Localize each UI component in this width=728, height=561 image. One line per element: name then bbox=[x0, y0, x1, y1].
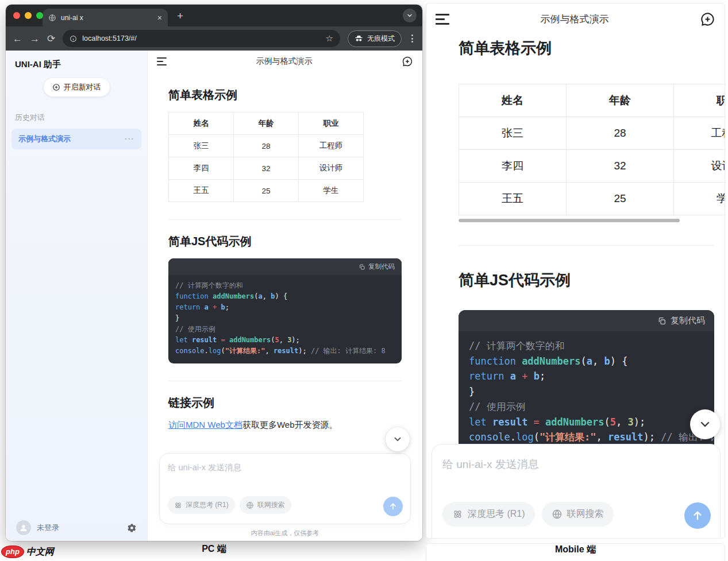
code-block: 复制代码 // 计算两个数字的和function addNumbers(a, b… bbox=[168, 258, 402, 363]
table-section-heading: 简单表格示例 bbox=[168, 87, 402, 103]
tab-title: uni-ai x bbox=[61, 14, 83, 22]
mobile-chat-messages[interactable]: 简单表格示例 姓名年龄职业张三28工程师李四32设计师王五25学生 简单JS代码… bbox=[426, 38, 725, 453]
table-cell: 工程师 bbox=[674, 117, 726, 150]
new-chat-button[interactable]: 开启新对话 bbox=[44, 78, 110, 96]
traffic-lights bbox=[13, 12, 43, 19]
conversation-label: 示例与格式演示 bbox=[18, 134, 71, 144]
code-section-heading: 简单JS代码示例 bbox=[168, 234, 402, 249]
code-content: // 计算两个数字的和function addNumbers(a, b) {re… bbox=[168, 275, 402, 363]
sidebar: UNI-AI 助手 开启新对话 历史对话 示例与格式演示 ··· bbox=[6, 51, 148, 541]
mobile-table-scroll-container[interactable]: 姓名年龄职业张三28工程师李四32设计师王五25学生 bbox=[459, 84, 725, 222]
table-cell: 张三 bbox=[459, 117, 567, 150]
mobile-menu-hamburger-icon[interactable] bbox=[436, 14, 449, 25]
web-search-toggle[interactable]: 联网搜索 bbox=[240, 496, 291, 514]
bookmark-star-icon[interactable]: ☆ bbox=[326, 33, 333, 44]
link-paragraph-rest: 获取更多Web开发资源。 bbox=[242, 420, 338, 430]
code-line: console.log("计算结果:", result); // 输出: 计算结… bbox=[175, 346, 395, 357]
copy-icon bbox=[657, 316, 667, 326]
mobile-deep-think-toggle[interactable]: 深度思考 (R1) bbox=[442, 502, 535, 527]
tab-search-button[interactable] bbox=[403, 9, 417, 22]
zoom-window-button[interactable] bbox=[36, 12, 43, 19]
ai-disclaimer: 内容由ai生成，仅供参考 bbox=[148, 524, 422, 541]
forward-button[interactable]: → bbox=[30, 34, 40, 44]
deep-think-toggle[interactable]: 深度思考 (R1) bbox=[168, 496, 235, 514]
mobile-table-section-heading: 简单表格示例 bbox=[459, 38, 714, 59]
table-row: 张三28工程师 bbox=[459, 117, 726, 150]
watermark-logo: php 中文网 bbox=[1, 545, 54, 558]
code-line: // 使用示例 bbox=[175, 324, 395, 335]
mobile-send-button[interactable] bbox=[684, 502, 711, 529]
deep-think-label: 深度思考 (R1) bbox=[186, 500, 229, 510]
browser-menu-button[interactable] bbox=[409, 34, 415, 42]
sidebar-conversation-item[interactable]: 示例与格式演示 ··· bbox=[11, 129, 141, 149]
reload-button[interactable]: ⟳ bbox=[47, 34, 55, 44]
mobile-code-content: // 计算两个数字的和function addNumbers(a, b) {re… bbox=[459, 331, 714, 453]
back-button[interactable]: ← bbox=[13, 34, 22, 44]
plus-circle-icon bbox=[52, 83, 60, 91]
address-bar[interactable]: localhost:5173/#/ ☆ bbox=[63, 30, 340, 47]
table-cell: 32 bbox=[567, 150, 674, 183]
mobile-caption: Mobile 端 bbox=[426, 543, 725, 561]
php-logo-badge: php bbox=[1, 545, 24, 558]
section-divider bbox=[168, 219, 402, 220]
section-divider bbox=[168, 381, 402, 381]
mdn-link[interactable]: 访问MDN Web文档 bbox=[168, 420, 242, 430]
table-cell: 25 bbox=[567, 183, 674, 215]
url-text: localhost:5173/#/ bbox=[82, 34, 137, 42]
mobile-scroll-to-bottom-button[interactable] bbox=[690, 409, 720, 439]
browser-titlebar: uni-ai x × + bbox=[6, 5, 422, 26]
gear-icon[interactable] bbox=[127, 523, 137, 533]
copy-icon bbox=[359, 264, 365, 270]
browser-tab[interactable]: uni-ai x × bbox=[43, 9, 168, 26]
minimize-window-button[interactable] bbox=[25, 12, 32, 19]
pc-caption: PC 端 bbox=[6, 543, 422, 555]
table-cell: 设计师 bbox=[299, 157, 364, 180]
close-tab-icon[interactable]: × bbox=[157, 13, 162, 22]
conversation-menu-icon[interactable]: ··· bbox=[125, 134, 134, 144]
browser-toolbar: ← → ⟳ localhost:5173/#/ ☆ 无痕模式 bbox=[6, 26, 422, 51]
mobile-code-block-header: 复制代码 bbox=[459, 310, 714, 331]
mobile-web-search-toggle[interactable]: 联网搜索 bbox=[542, 502, 614, 527]
mobile-message-input[interactable]: 给 uni-ai-x 发送消息 bbox=[442, 457, 710, 472]
mobile-copy-code-button[interactable]: 复制代码 bbox=[671, 315, 705, 326]
deep-think-label: 深度思考 (R1) bbox=[468, 508, 525, 520]
new-chat-label: 开启新对话 bbox=[64, 82, 101, 92]
pc-browser-window: uni-ai x × + ← → ⟳ localhost:5173/#/ ☆ bbox=[6, 5, 422, 541]
new-tab-button[interactable]: + bbox=[177, 10, 183, 21]
code-line: let result = addNumbers(5, 3); bbox=[175, 335, 395, 346]
code-line: function addNumbers(a, b) { bbox=[175, 291, 395, 302]
avatar[interactable] bbox=[16, 520, 31, 535]
chat-messages[interactable]: 简单表格示例 姓名年龄职业张三28工程师李四32设计师王五25学生 简单JS代码… bbox=[148, 72, 422, 451]
mobile-demo-table: 姓名年龄职业张三28工程师李四32设计师王五25学生 bbox=[459, 84, 725, 215]
web-search-label: 联网搜索 bbox=[567, 508, 604, 520]
new-chat-bubble-icon[interactable] bbox=[402, 56, 413, 67]
table-cell: 学生 bbox=[674, 183, 726, 215]
close-window-button[interactable] bbox=[13, 12, 20, 19]
scroll-to-bottom-button[interactable] bbox=[386, 427, 410, 451]
send-button[interactable] bbox=[383, 497, 403, 516]
mobile-viewport: 示例与格式演示 简单表格示例 姓名年龄职业张三28工程师李四32设计师王五25学… bbox=[426, 3, 725, 539]
globe-icon bbox=[552, 509, 563, 520]
table-header-row: 姓名年龄职业 bbox=[169, 113, 364, 135]
table-cell: 张三 bbox=[169, 135, 234, 157]
table-cell: 28 bbox=[567, 117, 674, 150]
code-line: } bbox=[469, 384, 714, 400]
message-input[interactable]: 给 uni-ai-x 发送消息 bbox=[168, 462, 402, 473]
table-cell: 32 bbox=[234, 157, 299, 180]
table-cell: 工程师 bbox=[299, 135, 364, 157]
table-row: 王五25学生 bbox=[459, 183, 726, 215]
login-status[interactable]: 未登录 bbox=[37, 523, 59, 533]
code-line: return a + b; bbox=[175, 302, 395, 313]
menu-hamburger-icon[interactable] bbox=[157, 57, 167, 65]
table-row: 王五25学生 bbox=[169, 180, 364, 202]
incognito-icon bbox=[355, 35, 363, 42]
horizontal-scrollbar-thumb[interactable] bbox=[459, 219, 680, 222]
table-row: 李四32设计师 bbox=[459, 150, 726, 183]
web-search-label: 联网搜索 bbox=[257, 500, 285, 510]
site-info-icon[interactable] bbox=[70, 35, 77, 42]
code-line: console.log("计算结果:", result); // 输出: 计算结… bbox=[469, 430, 714, 445]
table-cell: 王五 bbox=[169, 180, 234, 202]
mobile-new-chat-bubble-icon[interactable] bbox=[700, 11, 715, 27]
copy-code-button[interactable]: 复制代码 bbox=[368, 262, 395, 271]
atom-icon bbox=[452, 509, 463, 520]
